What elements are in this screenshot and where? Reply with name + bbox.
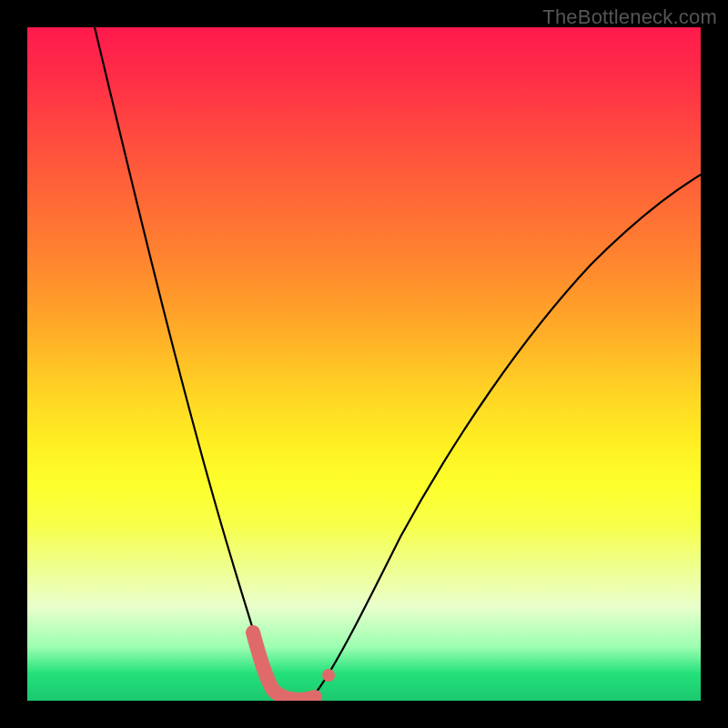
watermark-text: TheBottleneck.com [542,5,717,29]
valley-dot [322,669,335,682]
plot-area [27,27,701,701]
right-curve [317,175,701,692]
outer-frame: TheBottleneck.com [0,0,728,728]
curves-svg [27,27,701,701]
valley-highlight [253,632,315,700]
left-curve [95,27,278,696]
